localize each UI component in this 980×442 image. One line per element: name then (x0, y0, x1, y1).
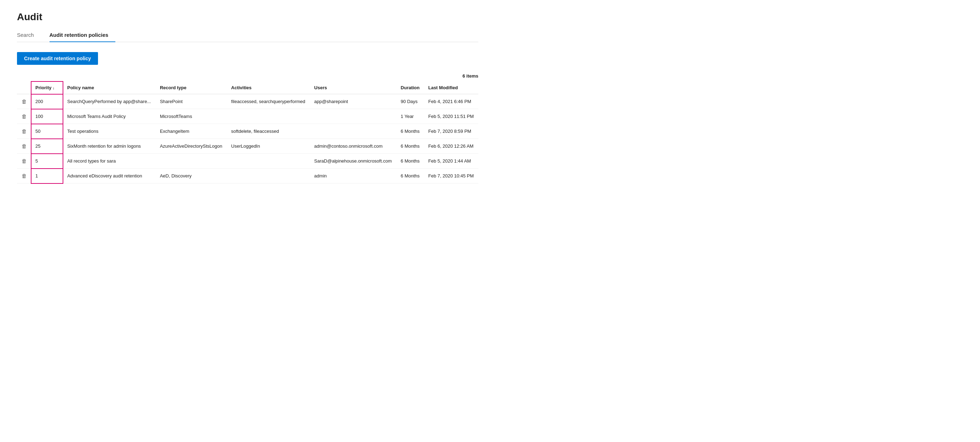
tab-search[interactable]: Search (17, 28, 41, 42)
priority-cell: 1 (31, 169, 63, 184)
create-audit-retention-policy-button[interactable]: Create audit retention policy (17, 52, 98, 65)
col-header-last-modified[interactable]: Last Modified (424, 81, 478, 94)
duration-cell: 6 Months (396, 169, 424, 184)
record-type-cell: AzureActiveDirectoryStsLogon (156, 139, 227, 154)
delete-icon[interactable]: 🗑 (22, 128, 27, 134)
delete-icon[interactable]: 🗑 (22, 99, 27, 104)
users-cell (310, 109, 396, 124)
record-type-cell: SharePoint (156, 94, 227, 109)
users-cell: app@sharepoint (310, 94, 396, 109)
table-row: 🗑25SixMonth retention for admin logonsAz… (17, 139, 478, 154)
priority-cell: 25 (31, 139, 63, 154)
last-modified-cell: Feb 5, 2020 1:44 AM (424, 154, 478, 169)
record-type-cell: MicrosoftTeams (156, 109, 227, 124)
tab-bar: Search Audit retention policies (17, 28, 478, 42)
priority-sort-icon: ↓ (53, 86, 55, 90)
record-type-cell (156, 154, 227, 169)
delete-icon[interactable]: 🗑 (22, 143, 27, 149)
delete-cell: 🗑 (17, 139, 31, 154)
policy-name-cell: Microsoft Teams Audit Policy (63, 109, 156, 124)
table-row: 🗑5All record types for saraSaraD@alpineh… (17, 154, 478, 169)
activities-cell: fileaccessed, searchqueryperformed (227, 94, 310, 109)
priority-cell: 200 (31, 94, 63, 109)
activities-cell (227, 169, 310, 184)
policy-name-cell: All record types for sara (63, 154, 156, 169)
priority-cell: 50 (31, 124, 63, 139)
item-count: 6 items (17, 73, 478, 79)
duration-cell: 6 Months (396, 139, 424, 154)
delete-cell: 🗑 (17, 124, 31, 139)
delete-icon[interactable]: 🗑 (22, 158, 27, 164)
duration-cell: 90 Days (396, 94, 424, 109)
page-title: Audit (17, 11, 478, 23)
col-header-activities[interactable]: Activities (227, 81, 310, 94)
page-container: Audit Search Audit retention policies Cr… (0, 0, 495, 195)
policy-name-cell: SearchQueryPerformed by app@share... (63, 94, 156, 109)
col-header-delete (17, 81, 31, 94)
table-row: 🗑200SearchQueryPerformed by app@share...… (17, 94, 478, 109)
table-header-row: Priority ↓ Policy name Record type Activ… (17, 81, 478, 94)
table-row: 🗑100Microsoft Teams Audit PolicyMicrosof… (17, 109, 478, 124)
table-row: 🗑50Test operationsExchangeItemsoftdelete… (17, 124, 478, 139)
duration-cell: 6 Months (396, 154, 424, 169)
priority-cell: 100 (31, 109, 63, 124)
col-header-record-type[interactable]: Record type (156, 81, 227, 94)
record-type-cell: ExchangeItem (156, 124, 227, 139)
last-modified-cell: Feb 5, 2020 11:51 PM (424, 109, 478, 124)
duration-cell: 1 Year (396, 109, 424, 124)
policy-name-cell: Test operations (63, 124, 156, 139)
activities-cell: UserLoggedIn (227, 139, 310, 154)
activities-cell (227, 154, 310, 169)
delete-icon[interactable]: 🗑 (22, 113, 27, 120)
table-body: 🗑200SearchQueryPerformed by app@share...… (17, 94, 478, 184)
delete-icon[interactable]: 🗑 (22, 173, 27, 179)
policy-name-cell: SixMonth retention for admin logons (63, 139, 156, 154)
users-cell: SaraD@alpinehouse.onmicrosoft.com (310, 154, 396, 169)
delete-cell: 🗑 (17, 154, 31, 169)
delete-cell: 🗑 (17, 109, 31, 124)
last-modified-cell: Feb 4, 2021 6:46 PM (424, 94, 478, 109)
col-header-duration[interactable]: Duration (396, 81, 424, 94)
col-header-users[interactable]: Users (310, 81, 396, 94)
duration-cell: 6 Months (396, 124, 424, 139)
last-modified-cell: Feb 7, 2020 10:45 PM (424, 169, 478, 184)
users-cell (310, 124, 396, 139)
users-cell: admin (310, 169, 396, 184)
last-modified-cell: Feb 7, 2020 8:59 PM (424, 124, 478, 139)
last-modified-cell: Feb 6, 2020 12:26 AM (424, 139, 478, 154)
policy-name-cell: Advanced eDiscovery audit retention (63, 169, 156, 184)
activities-cell: softdelete, fileaccessed (227, 124, 310, 139)
col-header-policy-name[interactable]: Policy name (63, 81, 156, 94)
priority-cell: 5 (31, 154, 63, 169)
record-type-cell: AeD, Discovery (156, 169, 227, 184)
table-row: 🗑1Advanced eDiscovery audit retentionAeD… (17, 169, 478, 184)
col-header-priority[interactable]: Priority ↓ (31, 81, 63, 94)
users-cell: admin@contoso.onmicrosoft.com (310, 139, 396, 154)
tab-audit-retention-policies[interactable]: Audit retention policies (49, 28, 116, 42)
delete-cell: 🗑 (17, 169, 31, 184)
activities-cell (227, 109, 310, 124)
delete-cell: 🗑 (17, 94, 31, 109)
audit-policies-table: Priority ↓ Policy name Record type Activ… (17, 81, 478, 184)
